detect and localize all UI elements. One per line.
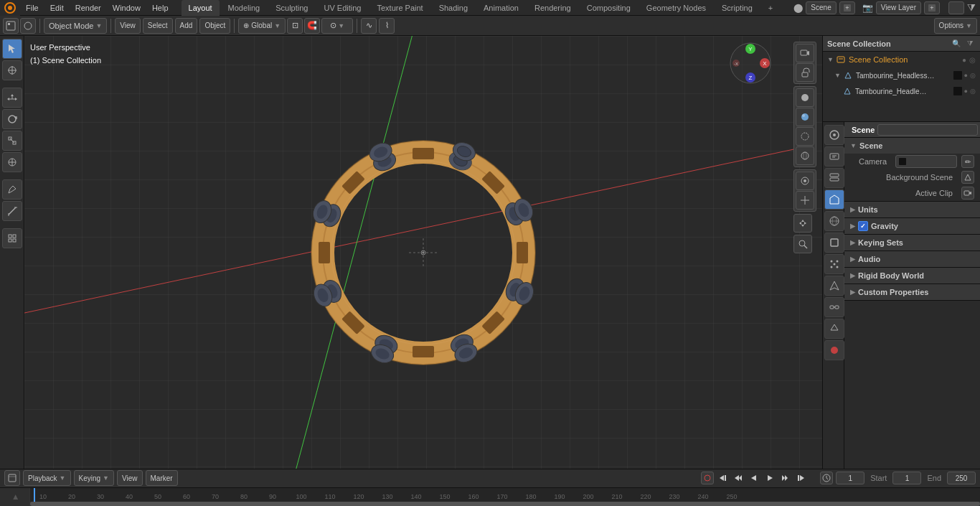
menu-edit[interactable]: Edit: [44, 0, 70, 16]
tab-scripting[interactable]: Scripting: [715, 0, 760, 16]
transform-tool-btn[interactable]: [2, 152, 22, 172]
view-layer-selector[interactable]: View Layer: [876, 1, 921, 14]
marker-btn[interactable]: Marker: [146, 470, 178, 486]
outliner-row-collection[interactable]: ▼ Scene Collection ● ◎: [823, 52, 980, 67]
rotate-tool-btn[interactable]: [2, 109, 22, 129]
wireframe-view-btn[interactable]: [796, 146, 814, 165]
search-btn-top[interactable]: [948, 1, 964, 14]
show-overlays-btn[interactable]: [796, 172, 814, 190]
proportional-edit-btn[interactable]: ⊙▼: [321, 18, 353, 34]
custom-props-section-header[interactable]: ▶ Custom Properties: [844, 284, 980, 300]
play-forward-btn[interactable]: [763, 471, 777, 485]
prop-tab-particles[interactable]: [824, 254, 844, 274]
select-tool-btn[interactable]: [2, 39, 22, 59]
cursor-tool-btn[interactable]: [2, 60, 22, 80]
scene-new-btn[interactable]: +: [839, 1, 855, 14]
show-gizmos-btn[interactable]: [796, 191, 814, 210]
global-transform[interactable]: ⊕ Global ▼: [238, 18, 286, 34]
step-forward-btn[interactable]: [778, 471, 793, 485]
prop-tab-object[interactable]: [824, 233, 844, 253]
snap-btn[interactable]: 🧲: [304, 18, 320, 34]
tab-modeling[interactable]: Modeling: [221, 0, 268, 16]
end-frame-input[interactable]: 250: [947, 472, 976, 484]
menu-render[interactable]: Render: [70, 0, 107, 16]
menu-file[interactable]: File: [20, 0, 44, 16]
play-reverse-btn[interactable]: [747, 471, 761, 485]
menu-window[interactable]: Window: [107, 0, 146, 16]
scene-section-header[interactable]: ▼ Scene: [844, 138, 980, 154]
menu-help[interactable]: Help: [146, 0, 174, 16]
outliner-filter-btn[interactable]: ⧩: [964, 38, 976, 50]
curve-icon-btn[interactable]: ⌇: [379, 18, 395, 34]
add-menu[interactable]: Add: [175, 18, 198, 34]
audio-section-header[interactable]: ▶ Audio: [844, 251, 980, 267]
active-clip-icon-btn[interactable]: [961, 187, 974, 200]
outliner-search-btn[interactable]: 🔍: [951, 38, 962, 50]
timeline-editor-type-btn[interactable]: [4, 470, 20, 486]
viewport[interactable]: User Perspective (1) Scene Collection X …: [24, 36, 822, 469]
keying-btn[interactable]: Keying ▼: [74, 470, 115, 486]
prop-tab-material[interactable]: [824, 340, 844, 360]
select-menu[interactable]: Select: [143, 18, 173, 34]
view-layer-new-btn[interactable]: +: [924, 1, 940, 14]
jump-end-btn[interactable]: [794, 471, 809, 485]
timeline-scrollbar[interactable]: [30, 502, 980, 506]
record-btn[interactable]: [701, 472, 714, 484]
prop-tab-data[interactable]: [824, 319, 844, 339]
move-tool-btn[interactable]: [2, 88, 22, 108]
prop-tab-constraints[interactable]: [824, 297, 844, 317]
scene-selector[interactable]: Scene: [806, 1, 836, 14]
jump-start-btn[interactable]: [715, 471, 730, 485]
lock-camera-btn[interactable]: [796, 63, 814, 82]
camera-value-input[interactable]: [895, 155, 957, 168]
playback-btn[interactable]: Playback ▼: [23, 470, 71, 486]
zoom-btn[interactable]: [793, 235, 812, 253]
tab-add[interactable]: +: [761, 0, 780, 16]
tab-compositing[interactable]: Compositing: [580, 0, 638, 16]
outliner-row-mesh2[interactable]: Tambourine_Headless_D ● ◎: [823, 83, 980, 99]
keying-sets-section-header[interactable]: ▶ Keying Sets: [844, 235, 980, 250]
props-search-input[interactable]: [877, 124, 978, 136]
viewport-gizmo[interactable]: X Y Z -X: [729, 42, 772, 85]
tab-rendering[interactable]: Rendering: [527, 0, 578, 16]
timeline-content[interactable]: ▶ 10 20 30 40 50 60 70 80 90 100 110 120…: [0, 488, 980, 506]
background-scene-icon-btn[interactable]: [961, 171, 974, 184]
graph-icon-btn[interactable]: ∿: [361, 18, 377, 34]
prop-tab-world[interactable]: [824, 211, 844, 231]
tab-animation[interactable]: Animation: [476, 0, 526, 16]
clock-btn[interactable]: [820, 472, 833, 484]
prop-tab-render[interactable]: [824, 125, 844, 145]
view-menu[interactable]: View: [115, 18, 141, 34]
tab-layout[interactable]: Layout: [182, 0, 220, 16]
transform-pivot-btn[interactable]: ⊡: [287, 18, 303, 34]
prop-tab-physics[interactable]: [824, 276, 844, 296]
prop-tab-view-layer[interactable]: [824, 168, 844, 188]
scale-tool-btn[interactable]: [2, 131, 22, 151]
view-timeline-btn[interactable]: View: [117, 470, 143, 486]
object-mode-dropdown[interactable]: Object Mode ▼: [44, 18, 107, 34]
gravity-checkbox[interactable]: ✓: [858, 221, 868, 231]
camera-edit-btn[interactable]: ✏: [961, 155, 974, 168]
step-back-btn[interactable]: [731, 471, 745, 485]
options-btn[interactable]: Options ▼: [934, 18, 977, 34]
rigid-body-section-header[interactable]: ▶ Rigid Body World: [844, 268, 980, 284]
move-viewport-btn[interactable]: [793, 214, 812, 233]
prop-tab-output[interactable]: [824, 146, 844, 167]
tab-shading[interactable]: Shading: [432, 0, 475, 16]
add-primitive-btn[interactable]: [2, 228, 22, 248]
editor-type-btn[interactable]: [3, 18, 36, 34]
solid-view-btn[interactable]: [796, 88, 814, 107]
camera-view-btn[interactable]: [796, 44, 814, 62]
tab-uv-editing[interactable]: UV Editing: [316, 0, 368, 16]
material-view-btn[interactable]: [796, 108, 814, 126]
measure-tool-btn[interactable]: [2, 201, 22, 221]
tab-texture-paint[interactable]: Texture Paint: [369, 0, 430, 16]
object-menu[interactable]: Object: [199, 18, 230, 34]
units-section-header[interactable]: ▶ Units: [844, 202, 980, 217]
gravity-section-header[interactable]: ▶ ✓ Gravity: [844, 218, 980, 234]
annotate-tool-btn[interactable]: [2, 179, 22, 200]
current-frame-input[interactable]: 1: [836, 472, 864, 484]
tab-sculpting[interactable]: Sculpting: [268, 0, 315, 16]
rendered-view-btn[interactable]: [796, 127, 814, 146]
start-frame-input[interactable]: 1: [892, 472, 921, 484]
